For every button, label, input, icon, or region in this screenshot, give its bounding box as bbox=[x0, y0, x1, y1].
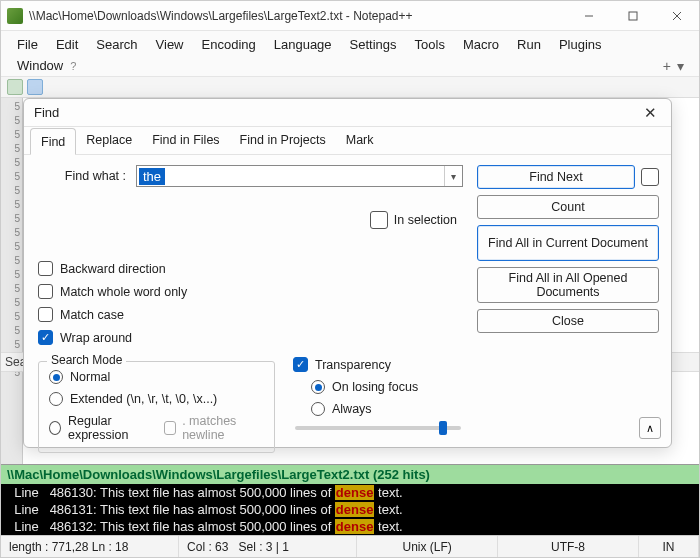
in-selection-row: In selection bbox=[38, 211, 457, 229]
find-tab-mark[interactable]: Mark bbox=[336, 127, 384, 154]
trans-onlosingfocus-label: On losing focus bbox=[332, 380, 418, 394]
status-encoding: UTF-8 bbox=[498, 536, 639, 557]
find-what-input[interactable]: the ▾ bbox=[136, 165, 463, 187]
mode-regex-radio[interactable] bbox=[49, 421, 61, 435]
slider-thumb[interactable] bbox=[439, 421, 447, 435]
status-length: length : 771,28 Ln : 18 bbox=[1, 536, 179, 557]
trans-always-radio[interactable] bbox=[311, 402, 325, 416]
find-tab-replace[interactable]: Replace bbox=[76, 127, 142, 154]
menu-search[interactable]: Search bbox=[87, 34, 146, 55]
statusbar: length : 771,28 Ln : 18 Col : 63 Sel : 3… bbox=[1, 535, 699, 557]
menu-file[interactable]: File bbox=[8, 34, 47, 55]
find-dialog: Find ✕ FindReplaceFind in FilesFind in P… bbox=[23, 98, 672, 448]
menu-overflow-icon[interactable]: ? bbox=[70, 60, 76, 72]
matches-newline-label: . matches newline bbox=[182, 414, 264, 442]
status-insert-mode: IN bbox=[639, 536, 699, 557]
menu-plus-icon[interactable]: + bbox=[663, 58, 671, 74]
find-what-label: Find what : bbox=[38, 169, 130, 183]
status-eol: Unix (LF) bbox=[357, 536, 498, 557]
result-line[interactable]: Line 486132: This text file has almost 5… bbox=[1, 518, 699, 535]
mode-normal-radio[interactable] bbox=[49, 370, 63, 384]
menu-language[interactable]: Language bbox=[265, 34, 341, 55]
line-gutter: 55555555555555555555 bbox=[1, 98, 23, 464]
find-next-aux-checkbox[interactable] bbox=[641, 168, 659, 186]
menu-view[interactable]: View bbox=[147, 34, 193, 55]
wrap-checkbox[interactable] bbox=[38, 330, 53, 345]
menu-settings[interactable]: Settings bbox=[341, 34, 406, 55]
match-case-checkbox[interactable] bbox=[38, 307, 53, 322]
menu-encoding[interactable]: Encoding bbox=[193, 34, 265, 55]
find-tab-find-in-projects[interactable]: Find in Projects bbox=[230, 127, 336, 154]
app-window: \\Mac\Home\Downloads\Windows\Largefiles\… bbox=[0, 0, 700, 558]
mode-regex-label: Regular expression bbox=[68, 414, 157, 442]
close-window-button[interactable] bbox=[655, 1, 699, 31]
mode-normal-label: Normal bbox=[70, 370, 110, 384]
transparency-checkbox[interactable]: ✓ bbox=[293, 357, 308, 372]
window-title: \\Mac\Home\Downloads\Windows\Largefiles\… bbox=[29, 9, 567, 23]
backward-label: Backward direction bbox=[60, 262, 166, 276]
menu-window[interactable]: Window bbox=[8, 55, 72, 76]
match-case-label: Match case bbox=[60, 308, 124, 322]
find-all-opened-button[interactable]: Find All in All Opened Documents bbox=[477, 267, 659, 303]
transparency-slider[interactable] bbox=[295, 426, 461, 430]
status-col-sel: Col : 63 Sel : 3 | 1 bbox=[179, 536, 357, 557]
app-icon bbox=[7, 8, 23, 24]
menubar: FileEditSearchViewEncodingLanguageSettin… bbox=[1, 31, 699, 76]
menu-edit[interactable]: Edit bbox=[47, 34, 87, 55]
find-next-button[interactable]: Find Next bbox=[477, 165, 635, 189]
trans-always-label: Always bbox=[332, 402, 372, 416]
titlebar: \\Mac\Home\Downloads\Windows\Largefiles\… bbox=[1, 1, 699, 31]
mode-extended-label: Extended (\n, \r, \t, \0, \x...) bbox=[70, 392, 217, 406]
search-mode-legend: Search Mode bbox=[47, 353, 126, 367]
find-tabs: FindReplaceFind in FilesFind in Projects… bbox=[24, 127, 671, 155]
find-what-value: the bbox=[139, 168, 165, 185]
transparency-label: Transparency bbox=[315, 358, 391, 372]
toolbar-icon-2[interactable] bbox=[27, 79, 43, 95]
toolbar bbox=[1, 76, 699, 98]
result-line[interactable]: Line 486131: This text file has almost 5… bbox=[1, 501, 699, 518]
wrap-label: Wrap around bbox=[60, 331, 132, 345]
menu-run[interactable]: Run bbox=[508, 34, 550, 55]
mode-extended-radio[interactable] bbox=[49, 392, 63, 406]
matches-newline-checkbox[interactable] bbox=[164, 421, 176, 435]
menu-macro[interactable]: Macro bbox=[454, 34, 508, 55]
find-tab-find-in-files[interactable]: Find in Files bbox=[142, 127, 229, 154]
find-dialog-close-icon[interactable]: ✕ bbox=[640, 104, 661, 122]
svg-rect-1 bbox=[629, 12, 637, 20]
count-button[interactable]: Count bbox=[477, 195, 659, 219]
whole-word-checkbox[interactable] bbox=[38, 284, 53, 299]
find-what-dropdown-icon[interactable]: ▾ bbox=[444, 166, 462, 186]
toolbar-icon-1[interactable] bbox=[7, 79, 23, 95]
find-dialog-title: Find bbox=[34, 105, 640, 120]
close-button[interactable]: Close bbox=[477, 309, 659, 333]
backward-checkbox[interactable] bbox=[38, 261, 53, 276]
menu-dropdown-icon[interactable]: ▾ bbox=[677, 58, 684, 74]
minimize-button[interactable] bbox=[567, 1, 611, 31]
search-results[interactable]: \\Mac\Home\Downloads\Windows\Largefiles\… bbox=[1, 464, 699, 535]
main-area: 55555555555555555555 Find ✕ FindReplaceF… bbox=[1, 98, 699, 464]
menu-tools[interactable]: Tools bbox=[406, 34, 454, 55]
in-selection-checkbox[interactable] bbox=[370, 211, 388, 229]
in-selection-label: In selection bbox=[394, 213, 457, 227]
results-summary: \\Mac\Home\Downloads\Windows\Largefiles\… bbox=[1, 465, 699, 484]
whole-word-label: Match whole word only bbox=[60, 285, 187, 299]
find-all-current-button[interactable]: Find All in Current Document bbox=[477, 225, 659, 261]
expand-icon[interactable]: ∧ bbox=[639, 417, 661, 439]
result-line[interactable]: Line 486130: This text file has almost 5… bbox=[1, 484, 699, 501]
find-tab-find[interactable]: Find bbox=[30, 128, 76, 155]
trans-onlosingfocus-radio[interactable] bbox=[311, 380, 325, 394]
maximize-button[interactable] bbox=[611, 1, 655, 31]
menu-plugins[interactable]: Plugins bbox=[550, 34, 611, 55]
